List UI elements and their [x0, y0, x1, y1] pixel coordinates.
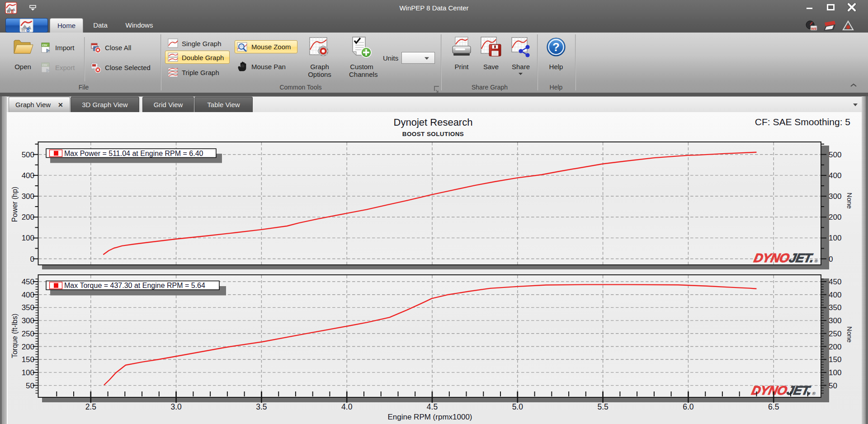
svg-text:3.5: 3.5: [256, 402, 267, 411]
svg-text:100: 100: [22, 234, 34, 242]
svg-text:0: 0: [30, 255, 34, 264]
svg-text:BOOST SOLUTIONS: BOOST SOLUTIONS: [402, 131, 464, 137]
svg-text:100: 100: [22, 368, 34, 377]
svg-text:DYNO: DYNO: [753, 251, 791, 265]
svg-text:6.0: 6.0: [683, 402, 694, 411]
svg-text:3.0: 3.0: [170, 402, 182, 411]
svg-text:150: 150: [829, 355, 841, 364]
svg-text:500: 500: [829, 151, 841, 159]
svg-text:4.0: 4.0: [341, 402, 353, 411]
svg-text:200: 200: [829, 213, 841, 221]
svg-text:200: 200: [22, 213, 34, 221]
svg-text:None: None: [846, 193, 854, 209]
svg-text:350: 350: [829, 303, 841, 312]
svg-text:350: 350: [22, 303, 34, 312]
svg-text:Max Torque = 437.30 at Engine: Max Torque = 437.30 at Engine RPM = 5.64: [64, 282, 205, 289]
svg-text:300: 300: [22, 316, 34, 325]
svg-text:Power (hp): Power (hp): [11, 187, 19, 222]
svg-text:JET.: JET.: [786, 383, 813, 397]
svg-text:6.5: 6.5: [768, 402, 779, 411]
svg-text:2.5: 2.5: [85, 402, 96, 411]
svg-text:150: 150: [22, 355, 34, 364]
svg-text:400: 400: [22, 291, 34, 299]
svg-text:450: 450: [829, 278, 841, 286]
svg-text:Max Power = 511.04 at Engine R: Max Power = 511.04 at Engine RPM = 6.40: [64, 150, 203, 157]
svg-text:50: 50: [26, 382, 34, 390]
svg-text:CF: SAE Smoothing: 5: CF: SAE Smoothing: 5: [755, 117, 850, 127]
svg-text:100: 100: [829, 368, 841, 377]
svg-text:5.5: 5.5: [597, 402, 608, 411]
svg-text:400: 400: [829, 171, 841, 180]
svg-text:300: 300: [829, 192, 841, 201]
svg-text:500: 500: [22, 151, 34, 159]
svg-text:4.5: 4.5: [427, 402, 438, 411]
svg-text:300: 300: [22, 192, 34, 201]
svg-text:100: 100: [829, 234, 841, 242]
svg-text:5.0: 5.0: [512, 402, 524, 411]
svg-text:Torque (ft-lbs): Torque (ft-lbs): [11, 314, 19, 358]
svg-text:JET.: JET.: [788, 251, 816, 265]
svg-text:400: 400: [22, 171, 34, 180]
svg-text:200: 200: [829, 343, 841, 351]
svg-text:Engine RPM (rpmx1000): Engine RPM (rpmx1000): [387, 413, 472, 421]
svg-text:250: 250: [829, 330, 841, 338]
svg-text:300: 300: [829, 316, 841, 325]
svg-text:400: 400: [829, 291, 841, 299]
svg-text:50: 50: [829, 382, 837, 390]
svg-text:0: 0: [829, 255, 833, 264]
svg-text:200: 200: [22, 343, 34, 351]
svg-text:Dynojet Research: Dynojet Research: [394, 117, 473, 128]
svg-text:None: None: [846, 326, 854, 343]
svg-text:450: 450: [22, 278, 34, 286]
svg-text:250: 250: [22, 330, 34, 338]
